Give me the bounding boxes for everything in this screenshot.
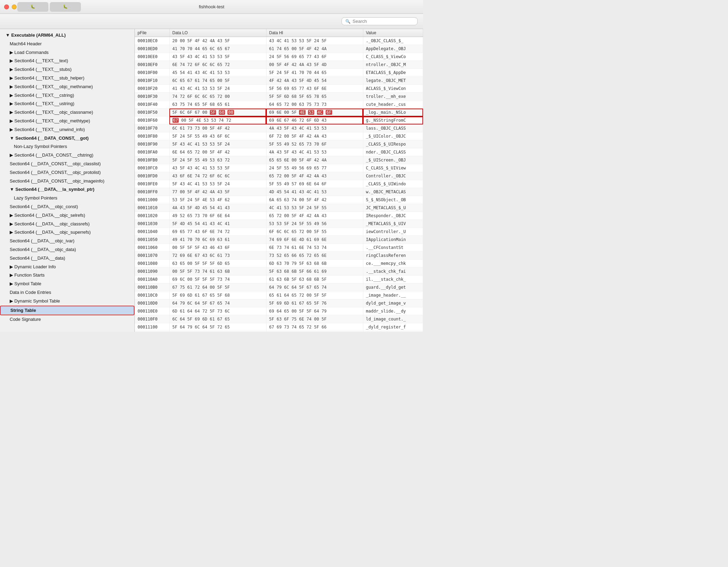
sidebar-item-section-data-objc-ivar[interactable]: Section64 (__DATA,__objc_ivar): [0, 237, 134, 245]
sidebar-item-data-in-code[interactable]: Data in Code Entries: [0, 288, 134, 297]
cell-value: _CLASS_$_UIRespo: [363, 140, 423, 148]
table-row[interactable]: 00010F3074 72 6F 6C 6C 65 72 005F 5F 6D …: [135, 93, 423, 101]
table-row[interactable]: 0001107072 69 6E 67 43 6C 61 7373 52 65 …: [135, 252, 423, 260]
sidebar-item-section-data-got[interactable]: ▼ Section64 (__DATA_CONST,__got): [0, 134, 134, 143]
sidebar-item-section-data-objc-protolist[interactable]: Section64 (__DATA_CONST,__objc_protolist…: [0, 168, 134, 177]
sidebar-item-section-data-la-symbol-ptr[interactable]: ▼ Section64 (__DATA,__la_symbol_ptr): [0, 185, 134, 194]
cell-datahi: 5F 69 6D 61 67 65 5F 76: [266, 299, 363, 307]
sidebar-item-section-data-objc-classrefs[interactable]: ▶ Section64 (__DATA,__objc_classrefs): [0, 220, 134, 229]
cell-datahi: 65 61 64 65 72 00 5F 5F: [266, 291, 363, 299]
table-row[interactable]: 000110D064 79 6C 64 5F 67 65 745F 69 6D …: [135, 299, 423, 307]
table-row[interactable]: 000110A069 6C 00 5F 5F 5F 73 7461 63 6B …: [135, 276, 423, 284]
cell-value: AppDelegate._OBJ: [363, 45, 423, 53]
sidebar-item-section-text-text[interactable]: ▶ Section64 (__TEXT,__text): [0, 57, 134, 65]
table-row[interactable]: 0001106000 5F 5F 5F 43 46 43 6F6E 73 74 …: [135, 244, 423, 252]
sidebar-item-dynamic-symbol-table[interactable]: ▶ Dynamic Symbol Table: [0, 297, 134, 306]
cell-datalo: 00 5F 5F 5F 43 46 43 6F: [169, 244, 266, 252]
sidebar-item-section-data-objc-const[interactable]: Section64 (__DATA,__objc_const): [0, 203, 134, 211]
cell-datalo: 63 65 00 5F 5F 5F 6D 65: [169, 260, 266, 268]
sidebar-item-section-data-objc-classlist[interactable]: Section64 (__DATA_CONST,__objc_classlist…: [0, 160, 134, 168]
sidebar-item-section-data-cfstring[interactable]: ▶ Section64 (__DATA_CONST,__cfstring): [0, 151, 134, 160]
sidebar-item-section-data-objc-imageinfo[interactable]: Section64 (__DATA_CONST,__objc_imageinfo…: [0, 177, 134, 186]
table-row[interactable]: 00010EF06E 74 72 6F 6C 6C 65 7200 5F 4F …: [135, 61, 423, 69]
sidebar-item-section-text-unwind-info[interactable]: ▶ Section64 (__TEXT,__unwind_info): [0, 126, 134, 134]
table-row[interactable]: 00010F805F 24 5F 55 49 43 6F 6C6F 72 00 …: [135, 132, 423, 140]
table-row[interactable]: 00010EC020 00 5F 4F 42 4A 43 5F43 4C 41 …: [135, 37, 423, 45]
sidebar-item-load-commands[interactable]: ▶ Load Commands: [0, 48, 134, 57]
table-row[interactable]: 00010FC043 5F 43 4C 41 53 53 5F24 5F 55 …: [135, 164, 423, 172]
tab-2[interactable]: 🐛: [50, 2, 81, 12]
table-row[interactable]: 00010FA06E 64 65 72 00 5F 4F 424A 43 5F …: [135, 148, 423, 156]
sidebar-item-section-text-stubs[interactable]: ▶ Section64 (__TEXT,__stubs): [0, 65, 134, 74]
sidebar-item-section-text-stub-helper[interactable]: ▶ Section64 (__TEXT,__stub_helper): [0, 74, 134, 83]
table-row[interactable]: 000110C05F 69 6D 61 67 65 5F 6865 61 64 …: [135, 291, 423, 299]
table-row[interactable]: 0001100053 5F 24 5F 4E 53 4F 626A 65 63 …: [135, 196, 423, 204]
close-button[interactable]: [4, 4, 9, 9]
table-row[interactable]: 000111005F 64 79 6C 64 5F 72 6567 69 73 …: [135, 323, 423, 331]
sidebar-item-executable[interactable]: ▼ Executable (ARM64_ALL): [0, 31, 134, 40]
cell-value: IApplicationMain: [363, 236, 423, 244]
sidebar-item-section-data-objc-selrefs[interactable]: ▶ Section64 (__DATA,__objc_selrefs): [0, 211, 134, 220]
cell-value: dyld_get_image_v: [363, 299, 423, 307]
sidebar-item-lazy-symbol[interactable]: Lazy Symbol Pointers: [0, 194, 134, 203]
table-row[interactable]: 0001111075 6E 63 5F 66 6F 72 5F61 64 64 …: [135, 331, 423, 332]
table-row[interactable]: 0001105049 41 70 70 6C 69 63 6174 69 6F …: [135, 236, 423, 244]
table-row[interactable]: 00010FD043 6F 6E 74 72 6F 6C 6C65 72 00 …: [135, 172, 423, 180]
sidebar-item-dynamic-loader[interactable]: ▶ Dynamic Loader Info: [0, 263, 134, 271]
table-row[interactable]: 00010F106C 65 67 61 74 65 00 5F4F 42 4A …: [135, 77, 423, 85]
sidebar-item-non-lazy[interactable]: Non-Lazy Symbol Pointers: [0, 142, 134, 151]
cell-datalo: 41 43 4C 41 53 53 5F 24: [169, 85, 266, 93]
table-row[interactable]: 00010F4063 75 74 65 5F 68 65 6164 65 72 …: [135, 101, 423, 109]
cell-datalo: 4A 43 5F 4D 45 54 41 43: [169, 204, 266, 212]
cell-datalo: 20 00 5F 4F 42 4A 43 5F: [169, 37, 266, 45]
cell-datahi: 61 74 65 00 5F 4F 42 4A: [266, 45, 363, 53]
cell-addr: 00010F30: [135, 93, 169, 101]
sidebar-item-section-text-cstring[interactable]: ▶ Section64 (__TEXT,__cstring): [0, 91, 134, 100]
cell-datahi: 4C 41 53 53 5F 24 5F 55: [266, 204, 363, 212]
sidebar-item-function-starts[interactable]: ▶ Function Starts: [0, 271, 134, 280]
table-row[interactable]: 0001102049 52 65 73 70 6F 6E 6465 72 00 …: [135, 212, 423, 220]
sidebar-item-code-signature[interactable]: Code Signature: [0, 315, 134, 324]
sidebar-item-section-data-data[interactable]: Section64 (__DATA,__data): [0, 254, 134, 263]
cell-datalo: 5F 64 79 6C 64 5F 72 65: [169, 323, 266, 331]
table-row[interactable]: 000110E06D 61 64 64 72 5F 73 6C69 64 65 …: [135, 307, 423, 315]
table-row[interactable]: 00010F706C 61 73 73 00 5F 4F 424A 43 5F …: [135, 124, 423, 132]
sidebar-item-section-data-objc-data[interactable]: Section64 (__DATA,__objc_data): [0, 245, 134, 254]
sidebar-item-section-data-objc-superrefs[interactable]: ▶ Section64 (__DATA,__objc_superrefs): [0, 228, 134, 237]
cell-addr: 00010ED0: [135, 45, 169, 53]
search-box[interactable]: 🔍: [342, 17, 418, 25]
table-row[interactable]: 00010FE05F 43 4C 41 53 53 5F 245F 55 49 …: [135, 180, 423, 188]
table-row[interactable]: 0001104069 65 77 43 6F 6E 74 726F 6C 6C …: [135, 228, 423, 236]
sidebar-item-section-text-objc-classname[interactable]: ▶ Section64 (__TEXT,__objc_classname): [0, 108, 134, 117]
table-row[interactable]: 0001109000 5F 5F 73 74 61 63 6B5F 63 68 …: [135, 268, 423, 276]
cell-addr: 00010EC0: [135, 37, 169, 45]
sidebar-item-section-text-objc-methtype[interactable]: ▶ Section64 (__TEXT,__objc_methtype): [0, 117, 134, 126]
sidebar-item-section-text-objc-methname[interactable]: ▶ Section64 (__TEXT,__objc_methname): [0, 83, 134, 91]
cell-addr: 00011030: [135, 220, 169, 228]
table-row[interactable]: 00010FB05F 24 5F 55 49 53 63 7265 65 6E …: [135, 156, 423, 164]
window-title: fishhook-test: [199, 4, 224, 9]
cell-datahi: 65 65 6E 00 5F 4F 42 4A: [266, 156, 363, 164]
table-row[interactable]: 000110305F 4D 45 54 41 43 4C 4153 53 5F …: [135, 220, 423, 228]
sidebar-item-symbol-table[interactable]: ▶ Symbol Table: [0, 280, 134, 288]
table-row[interactable]: 00010FF077 00 5F 4F 42 4A 43 5F4D 45 54 …: [135, 188, 423, 196]
table-row[interactable]: 00010F6067 00 5F 4E 53 53 74 7269 6E 67 …: [135, 117, 423, 124]
table-row[interactable]: 00010F2041 43 4C 41 53 53 5F 245F 56 69 …: [135, 85, 423, 93]
table-row[interactable]: 00010F905F 43 4C 41 53 53 5F 245F 55 49 …: [135, 140, 423, 148]
table-row[interactable]: 00010F505F 6C 6F 67 00 5F 60 0069 6E 00 …: [135, 109, 423, 117]
sidebar-item-section-text-ustring[interactable]: ▶ Section64 (__TEXT,__ustring): [0, 100, 134, 108]
minimize-button[interactable]: [12, 4, 17, 9]
cell-datalo: 72 69 6E 67 43 6C 61 73: [169, 252, 266, 260]
table-row[interactable]: 00010ED041 70 70 44 65 6C 65 6761 74 65 …: [135, 45, 423, 53]
sidebar-item-string-table[interactable]: String Table: [0, 306, 134, 316]
table-row[interactable]: 000110F06C 64 5F 69 6D 61 67 655F 63 6F …: [135, 315, 423, 323]
table-row[interactable]: 000110B067 75 61 72 64 00 5F 5F64 79 6C …: [135, 284, 423, 291]
table-row[interactable]: 0001108063 65 00 5F 5F 5F 6D 656D 63 70 …: [135, 260, 423, 268]
sidebar-item-mach64[interactable]: Mach64 Header: [0, 40, 134, 48]
cell-datahi: 5F 56 69 65 77 43 6F 6E: [266, 85, 363, 93]
tab-1[interactable]: 🐛: [17, 2, 48, 12]
table-row[interactable]: 000110104A 43 5F 4D 45 54 41 434C 41 53 …: [135, 204, 423, 212]
table-row[interactable]: 00010EE043 5F 43 4C 41 53 53 5F24 5F 56 …: [135, 53, 423, 61]
table-row[interactable]: 00010F0045 54 41 43 4C 41 53 535F 24 5F …: [135, 69, 423, 77]
search-input[interactable]: [353, 19, 414, 24]
